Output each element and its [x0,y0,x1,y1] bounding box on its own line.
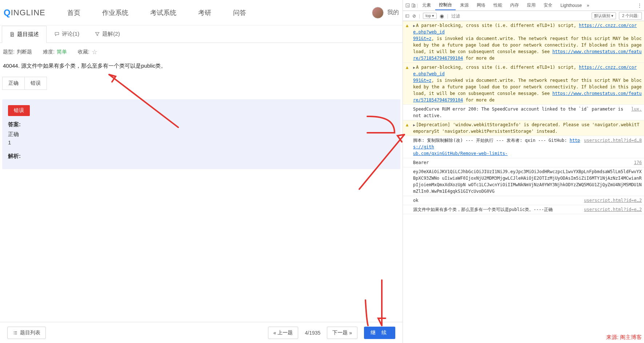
menu-icon[interactable]: ⋮ [637,3,642,8]
dt-tab-application[interactable]: 应用 [523,1,539,10]
dt-tab-performance[interactable]: 性能 [490,1,506,10]
eye-icon[interactable]: ◉ [440,13,444,19]
nav-qa[interactable]: 问答 [233,8,246,17]
expand-icon[interactable]: ▶ [413,65,415,70]
answer-num: 1 [8,139,395,145]
tab-comments-label: 评论(1) [62,31,79,37]
chevron-left-icon: « [273,330,276,336]
tab-solutions-label: 题解(2) [102,31,120,37]
warning-icon: ▲ [406,64,411,103]
footer-bar: 题目列表 « 上一题 4/1935 下一题 » 继 续 [0,322,403,343]
svg-rect-3 [406,15,409,17]
top-nav: QINGLINE 首页 作业系统 考试系统 考研 问答 我的 [0,0,403,25]
question-list-button[interactable]: 题目列表 [7,327,46,339]
source-link[interactable]: lux. [631,106,642,112]
console-msg[interactable]: SpeedCurve RUM error 200: The SpeedCurve… [403,105,644,120]
nav-home[interactable]: 首页 [67,8,80,17]
console-msg[interactable]: ▲ ▶A parser-blocking, cross site (i.e. d… [403,63,644,105]
filter-input[interactable] [451,13,589,19]
next-button[interactable]: 下一题 » [327,327,357,339]
console-msg[interactable]: eyJ0eXAiOiJKV1QiLCJhbGciOiJIUzI1NiJ9.eyJ… [403,167,644,196]
chevron-right-icon: » [349,330,352,336]
console-msg[interactable]: 源文件中如果有多个类，那么至多有一个类可以是public类。----正确 use… [403,205,644,214]
answer-value: 正确 [8,131,395,138]
prev-button[interactable]: « 上一题 [268,327,299,339]
favorite-label: 收藏: [78,49,89,55]
warning-icon: ▲ [406,22,411,61]
issues-button[interactable]: 2 个问题: [619,12,642,20]
prev-label: 上一题 [277,330,293,336]
console-msg[interactable]: ok userscript.html?id=e…2 [403,196,644,205]
devtools-subbar: ⊘ | top ▾ ◉ | 默认级别 ▾ 2 个问题: [403,11,644,21]
filter-icon [95,31,100,37]
star-icon[interactable]: ☆ [92,48,97,56]
source-link[interactable]: userscript.html?id=e…2 [584,197,642,204]
difficulty-value: 简单 [57,49,67,55]
choice-true[interactable]: 正确 [2,77,24,90]
devtools-tabs: | 元素 控制台 来源 网络 性能 内存 应用 安全 Lighthouse » … [403,0,644,11]
page-indicator: 4/1935 [305,330,320,336]
document-icon [9,32,15,37]
explain-label: 解析: [8,153,395,160]
inspect-icon[interactable] [405,3,410,8]
tab-comments[interactable]: 评论(1) [47,25,87,43]
question-list-label: 题目列表 [20,330,40,336]
dt-tab-sources[interactable]: 来源 [456,1,472,10]
type-value: 判断题 [17,49,32,55]
continue-button[interactable]: 继 续 [364,327,395,339]
content-tabs: 题目描述 评论(1) 题解(2) [0,25,403,43]
console-link[interactable]: 991&t=z [413,36,432,41]
dt-tab-security[interactable]: 安全 [540,1,556,10]
sidebar-toggle-icon[interactable] [405,14,409,18]
answer-label: 答案: [8,121,395,128]
devtools: | 元素 控制台 来源 网络 性能 内存 应用 安全 Lighthouse » … [403,0,644,343]
choice-false[interactable]: 错误 [24,77,47,90]
logo-q: Q [4,8,11,18]
watermark: 来源: 阁主博客 [606,334,642,341]
tab-solutions[interactable]: 题解(2) [87,25,127,43]
next-label: 下一题 [332,330,348,336]
dt-tab-network[interactable]: 网络 [473,1,489,10]
console-msg[interactable]: ▲ ▶[Deprecation] 'window.webkitStorageIn… [403,120,644,136]
difficulty-label: 难度: [43,49,55,55]
console-output[interactable]: ▲ ▶A parser-blocking, cross site (i.e. d… [403,21,644,343]
source-link[interactable]: userscript.html?id=d…8 [584,137,642,144]
console-msg[interactable]: 脚本: 复制限制解除(改) --- 开始执行 --- 发布者: qxin ---… [403,136,644,158]
dt-tab-memory[interactable]: 内存 [507,1,523,10]
comment-icon [54,31,60,37]
more-icon[interactable]: » [587,3,589,8]
nav-kaoyan[interactable]: 考研 [198,8,211,17]
context-select[interactable]: top ▾ [423,13,437,19]
source-link[interactable]: 176 [634,159,642,166]
nav-exam[interactable]: 考试系统 [150,8,176,17]
tab-description[interactable]: 题目描述 [2,26,47,43]
device-icon[interactable] [411,3,416,8]
console-link[interactable]: ub.com/qxinGitHub/Remove-web-limits- [413,151,508,156]
logo[interactable]: QINGLINE [4,8,45,18]
dt-tab-lighthouse[interactable]: Lighthouse [557,1,585,9]
console-link[interactable]: 991&t=z [413,78,432,83]
clear-icon[interactable]: ⊘ [412,13,416,19]
level-select[interactable]: 默认级别 ▾ [592,12,616,19]
dt-tab-console[interactable]: 控制台 [435,0,456,10]
result-badge: 错误 [8,105,30,116]
question-text: 40044. 源文件中如果有多个类，那么至多有一个类可以是public类。 [0,61,403,76]
meta-row: 题型: 判断题 难度: 简单 收藏: ☆ [0,43,403,61]
console-msg[interactable]: ▲ ▶A parser-blocking, cross site (i.e. d… [403,21,644,63]
expand-icon[interactable]: ▶ [413,23,415,28]
tab-description-label: 题目描述 [17,31,39,38]
nav-homework[interactable]: 作业系统 [102,8,128,17]
nav-mine[interactable]: 我的 [387,9,399,16]
warning-icon: ▲ [406,121,411,135]
expand-icon[interactable]: ▶ [413,122,415,128]
avatar[interactable] [372,7,384,19]
source-link[interactable]: userscript.html?id=e…2 [584,206,642,213]
list-icon [13,330,18,335]
type-label: 题型: [3,49,15,55]
console-msg[interactable]: Bearer 176 [403,158,644,167]
dt-tab-elements[interactable]: 元素 [419,1,435,10]
logo-text: INGLINE [11,8,45,17]
answer-panel: 错误 答案: 正确 1 解析: [2,99,400,169]
